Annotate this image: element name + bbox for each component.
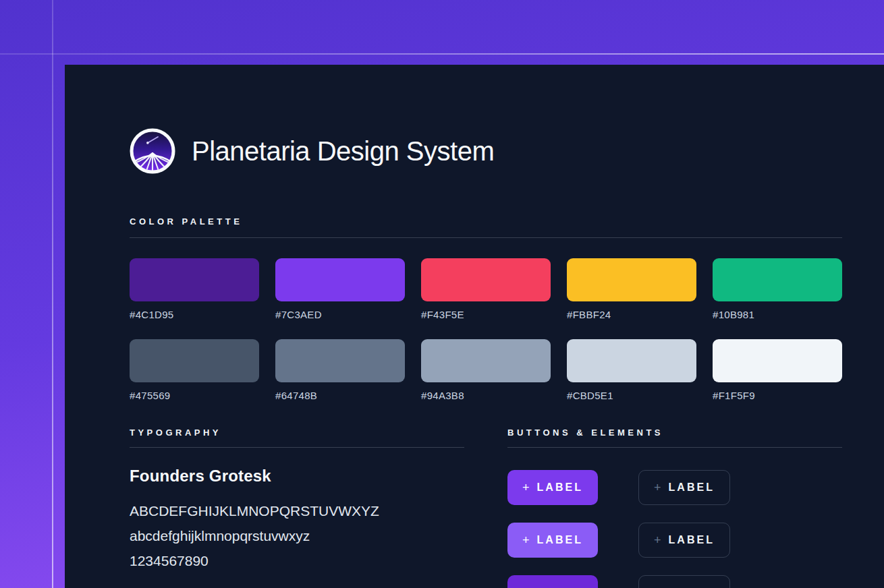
- plus-icon: +: [654, 533, 661, 548]
- section-title-buttons-elements: BUTTONS & ELEMENTS: [507, 428, 663, 438]
- page-title: Planetaria Design System: [192, 136, 494, 167]
- typography-divider: [130, 447, 464, 448]
- color-chip[interactable]: [130, 339, 259, 382]
- button-label: LABEL: [669, 481, 715, 494]
- button-row: + LABEL + LABEL: [507, 523, 730, 558]
- palette-divider: [130, 237, 842, 238]
- color-swatch: #4C1D95: [130, 258, 259, 320]
- color-hex-label: #F1F5F9: [713, 390, 842, 401]
- color-chip[interactable]: [421, 339, 551, 382]
- type-specimen: ABCDEFGHIJKLMNOPQRSTUVWXYZ abcdefghijklm…: [130, 498, 379, 573]
- button-row: + LABEL + LABEL: [507, 575, 730, 588]
- horizontal-guide-line: [0, 53, 884, 55]
- specimen-lowercase: abcdefghijklmnopqrstuvwxyz: [130, 523, 379, 548]
- color-chip[interactable]: [275, 258, 405, 301]
- color-hex-label: #64748B: [275, 390, 405, 401]
- button-rows: + LABEL + LABEL + LABEL + LABEL + LABEL: [507, 470, 730, 588]
- plus-icon: +: [654, 586, 661, 588]
- color-chip[interactable]: [713, 339, 842, 382]
- color-chip[interactable]: [130, 258, 259, 301]
- outline-label-button[interactable]: + LABEL: [638, 523, 730, 558]
- swatch-grid: #4C1D95 #7C3AED #F43F5E #FBBF24 #10B981 …: [130, 258, 842, 401]
- main-panel: Planetaria Design System COLOR PALETTE #…: [65, 65, 884, 588]
- planetaria-planet-logo: [130, 128, 175, 174]
- color-chip[interactable]: [567, 339, 696, 382]
- color-swatch: #475569: [130, 339, 259, 401]
- specimen-digits: 1234567890: [130, 548, 379, 573]
- color-swatch: #7C3AED: [275, 258, 405, 320]
- vertical-guide-line: [52, 0, 53, 588]
- color-hex-label: #7C3AED: [275, 309, 405, 320]
- font-name: Founders Grotesk: [130, 467, 271, 486]
- outline-label-button[interactable]: + LABEL: [638, 575, 730, 588]
- color-swatch: #94A3B8: [421, 339, 551, 401]
- color-swatch: #F1F5F9: [713, 339, 842, 401]
- brand-header: Planetaria Design System: [130, 128, 494, 174]
- color-swatch: #CBD5E1: [567, 339, 696, 401]
- section-title-typography: TYPOGRAPHY: [130, 428, 221, 438]
- outline-label-button[interactable]: + LABEL: [638, 470, 730, 505]
- color-chip[interactable]: [421, 258, 551, 301]
- plus-icon: +: [522, 481, 530, 495]
- color-hex-label: #F43F5E: [421, 309, 551, 320]
- color-swatch: #F43F5E: [421, 258, 551, 320]
- specimen-uppercase: ABCDEFGHIJKLMNOPQRSTUVWXYZ: [130, 498, 379, 523]
- filled-label-button[interactable]: + LABEL: [507, 523, 598, 558]
- color-hex-label: #4C1D95: [130, 309, 259, 320]
- color-hex-label: #CBD5E1: [567, 390, 696, 401]
- color-swatch: #10B981: [713, 258, 842, 320]
- plus-icon: +: [654, 481, 661, 495]
- color-hex-label: #475569: [130, 390, 259, 401]
- color-chip[interactable]: [713, 258, 842, 301]
- plus-icon: +: [522, 586, 530, 588]
- section-title-color-palette: COLOR PALETTE: [130, 216, 242, 227]
- button-label: LABEL: [537, 481, 583, 494]
- color-chip[interactable]: [275, 339, 405, 382]
- color-swatch: #64748B: [275, 339, 405, 401]
- buttons-divider: [507, 447, 842, 448]
- filled-label-button[interactable]: + LABEL: [507, 575, 598, 588]
- color-hex-label: #94A3B8: [421, 390, 551, 401]
- button-row: + LABEL + LABEL: [507, 470, 730, 505]
- button-label: LABEL: [537, 534, 583, 546]
- color-hex-label: #FBBF24: [567, 309, 696, 320]
- plus-icon: +: [522, 533, 530, 548]
- filled-label-button[interactable]: + LABEL: [507, 470, 598, 505]
- color-swatch: #FBBF24: [567, 258, 696, 320]
- button-label: LABEL: [669, 534, 715, 546]
- color-chip[interactable]: [567, 258, 696, 301]
- color-hex-label: #10B981: [713, 309, 842, 320]
